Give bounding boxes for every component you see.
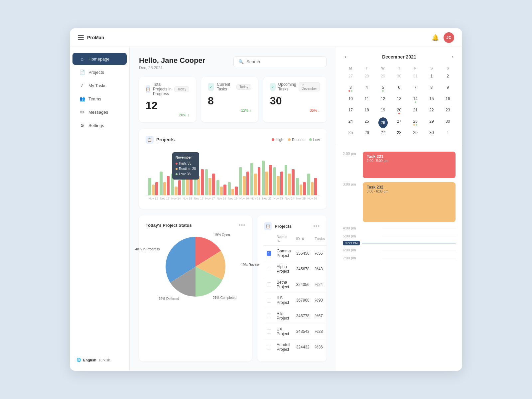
cal-day-3-3[interactable]: 20 [391,106,407,117]
cal-day-3-5[interactable]: 22 [424,106,440,117]
sort-name-icon[interactable]: ⇅ [277,239,280,243]
cal-day-0-4[interactable]: 31 [408,72,423,83]
cal-day-3-6[interactable]: 23 [440,106,456,117]
sidebar-item-mytasks[interactable]: ✓ My Tasks [72,79,127,91]
cal-day-1-4[interactable]: 7 [408,83,423,94]
cal-day-2-1[interactable]: 11 [359,95,375,105]
legend-label-routine: Routine [292,138,305,142]
bar-low-0 [148,178,151,195]
row-checkbox-0[interactable] [267,251,271,256]
pie-options-button[interactable]: ••• [239,222,245,228]
bar-low-12 [285,165,288,195]
row-checkbox-1[interactable] [267,267,271,271]
app-name: ProMan [87,35,104,40]
cal-day-0-3[interactable]: 30 [391,72,407,83]
cal-day-number: 26 [381,121,385,125]
cal-day-0-0[interactable]: 27 [343,72,358,83]
cal-day-number: 15 [429,97,434,101]
cal-day-1-6[interactable]: 9 [440,83,456,94]
cal-day-number: 16 [446,97,450,101]
search-input[interactable] [246,59,322,64]
bar-group-1 [160,172,170,196]
row-checkbox-5[interactable] [267,329,271,334]
row-checkbox-2[interactable] [267,282,271,287]
cal-day-1-1[interactable]: 4 [359,83,375,94]
cal-day-1-5[interactable]: 8 [424,83,440,94]
table-options-button[interactable]: ••• [313,223,320,229]
cal-day-2-5[interactable]: 15 [424,95,440,105]
cal-day-2-6[interactable]: 16 [440,95,456,105]
menu-button[interactable] [78,35,84,40]
cal-day-5-1[interactable]: 26 [359,129,375,139]
cal-prev-button[interactable]: ‹ [343,54,348,60]
x-label-7: Nov 19 [228,197,238,200]
cal-day-1-3[interactable]: 6 [391,83,407,94]
row-checkbox-4[interactable] [267,314,271,318]
cal-day-0-6[interactable]: 2 [440,72,456,83]
task-block-232[interactable]: Task 232 3:00 - 6:30 pm [363,182,456,222]
search-box[interactable]: 🔍 [233,56,327,67]
sidebar-item-projects[interactable]: 📄 Projects [72,66,127,78]
sidebar-item-homepage[interactable]: ⌂ Homepage [72,53,127,65]
cal-day-number: 8 [431,85,433,89]
cal-day-4-3[interactable]: 27 [391,117,407,128]
bar-chart-wrapper: Nov 12Nov 13Nov 14Nov 15Nov 16Nov 17Nov … [146,149,320,202]
cal-day-4-1[interactable]: 25 [359,117,375,128]
cal-day-5-4[interactable]: 29 [408,129,423,139]
cal-day-2-4[interactable]: 14 [408,95,423,105]
cal-day-3-0[interactable]: 17 [343,106,358,117]
cal-day-3-4[interactable]: 21 [408,106,423,117]
cal-day-number: 30 [429,131,434,135]
cal-day-2-2[interactable]: 12 [375,95,391,105]
avatar[interactable]: JC [444,32,454,43]
cal-day-number: 29 [413,131,418,135]
cal-next-button[interactable]: › [450,54,456,60]
x-label-1: Nov 13 [160,197,170,200]
cal-day-1-0[interactable]: 3 [343,83,358,94]
cal-day-2-3[interactable]: 13 [391,95,407,105]
cal-day-3-1[interactable]: 18 [359,106,375,117]
bar-routine-11 [277,176,280,196]
cal-day-4-2[interactable]: 26 [378,117,388,128]
tasks-icon: ✓ [79,83,85,88]
cal-day-0-1[interactable]: 28 [359,72,375,83]
lang-turkish[interactable]: Turkish [98,358,110,362]
bar-low-1 [160,172,163,196]
row-checkbox-6[interactable] [267,345,271,349]
cal-day-5-0[interactable]: 25 [343,129,358,139]
cal-dot [415,101,416,103]
sidebar-item-settings[interactable]: ⚙ Settings [72,119,127,131]
cal-day-1-2[interactable]: 5 [375,83,391,94]
cal-day-4-4[interactable]: 28 [408,117,423,128]
row-checkbox-3[interactable] [267,298,271,303]
sort-id-icon[interactable]: ⇅ [302,237,304,241]
cal-day-2-0[interactable]: 10 [343,95,358,105]
cal-dot [416,124,417,126]
legend-dot-high [272,138,274,141]
cal-day-0-5[interactable]: 1 [424,72,440,83]
task-block-221[interactable]: Task 221 2:00 - 5:00 pm [363,152,456,178]
cal-day-3-2[interactable]: 19 [375,106,391,117]
sidebar-item-teams[interactable]: 👥 Teams [72,93,127,105]
cal-day-5-6[interactable]: 1 [440,129,456,139]
chart-legend: High Routine Low [272,138,320,142]
language-selector[interactable]: 🌐 English Turkish [70,354,129,365]
cal-day-number: 22 [429,108,434,112]
cal-day-5-5[interactable]: 30 [424,129,440,139]
legend-label-low: Low [313,138,320,142]
cal-day-4-6[interactable]: 30 [440,117,456,128]
cal-day-0-2[interactable]: 29 [375,72,391,83]
bar-routine-4 [197,176,200,196]
sidebar-item-messages[interactable]: ✉ Messages [72,106,127,118]
cal-day-number: 30 [446,119,450,123]
cal-day-4-5[interactable]: 29 [424,117,440,128]
calendar-nav: ‹ December 2021 › [343,54,456,60]
cal-day-5-2[interactable]: 27 [375,129,391,139]
cal-day-number: 4 [366,85,368,89]
greeting-title: Hello, Jane Cooper [139,56,205,65]
bar-high-12 [292,169,295,195]
cal-day-4-0[interactable]: 24 [343,117,358,128]
bell-icon[interactable]: 🔔 [432,34,439,41]
cal-day-5-3[interactable]: 28 [391,129,407,139]
lang-english[interactable]: English [83,358,96,362]
